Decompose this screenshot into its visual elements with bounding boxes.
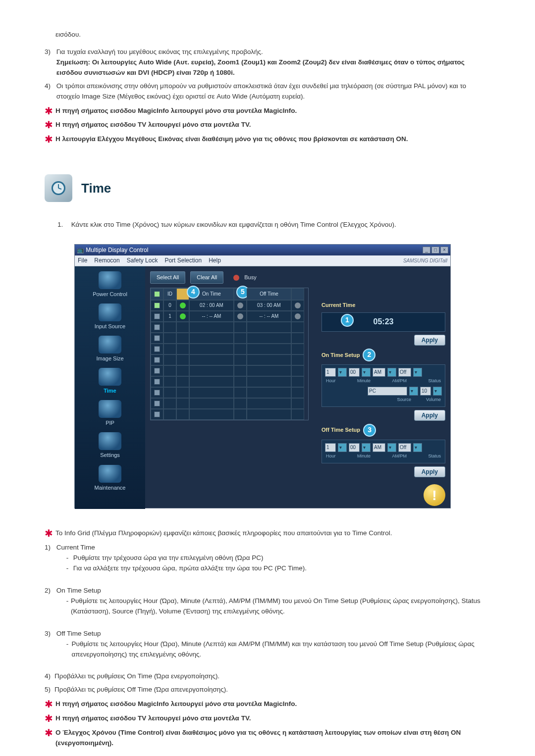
right-panel: Current Time 1 05:23 Apply On Time Setup… xyxy=(321,298,445,477)
note-magicinfo: ✱ Η πηγή σήματος εισόδου MagicInfo λειτο… xyxy=(45,699,490,709)
ampm-field[interactable]: AM xyxy=(373,443,385,452)
minute-field[interactable]: 00 xyxy=(349,368,360,377)
menubar: File Remocon Safety Lock Port Selection … xyxy=(75,255,450,266)
sidebar-item-settings[interactable]: Settings xyxy=(78,432,142,459)
hour-field[interactable]: 1 xyxy=(325,368,336,377)
item-4-text: Οι τρόποι απεικόνισης στην οθόνη μπορούν… xyxy=(56,81,482,102)
star-icon: ✱ xyxy=(45,699,53,709)
star-icon: ✱ xyxy=(45,713,53,723)
apply-button[interactable]: Apply xyxy=(414,466,445,477)
ampm-field[interactable]: AM xyxy=(373,368,385,377)
status-dot xyxy=(295,313,301,319)
alert-icon: ! xyxy=(424,484,445,506)
hour-field[interactable]: 1 xyxy=(325,443,336,452)
sidebar-item-image[interactable]: Image Size xyxy=(78,336,142,363)
minute-drop[interactable]: ▾ xyxy=(362,368,371,377)
row-checkbox[interactable] xyxy=(154,302,160,308)
status-dot xyxy=(295,302,301,308)
star-icon: ✱ xyxy=(45,134,53,144)
apply-button[interactable]: Apply xyxy=(414,335,445,346)
table-row[interactable]: 0 02 : 00 AM 03 : 00 AM xyxy=(151,300,308,311)
note-image-size: ✱ Η λειτουργία Ελέγχου Μεγέθους Εικόνας … xyxy=(45,134,490,145)
minute-field[interactable]: 00 xyxy=(349,443,360,452)
note-tv: ✱ Η πηγή σήματος εισόδου TV λειτουργεί μ… xyxy=(45,713,490,724)
section-lead: 1. Κάντε κλικ στο Time (Χρόνος) των κύρι… xyxy=(57,220,490,230)
star-icon: ✱ xyxy=(45,120,53,130)
intro-text: εισόδου. xyxy=(45,30,490,40)
volume-field[interactable]: 10 xyxy=(420,387,431,396)
status-drop[interactable]: ▾ xyxy=(413,368,422,377)
ampm-drop[interactable]: ▾ xyxy=(387,368,396,377)
menu-safety-lock[interactable]: Safety Lock xyxy=(127,256,158,265)
close-button[interactable]: × xyxy=(440,247,448,253)
status-field[interactable]: Off xyxy=(398,368,411,377)
menu-help[interactable]: Help xyxy=(209,256,221,265)
clock-display: 1 05:23 xyxy=(321,312,445,332)
brand-label: SAMSUNG DIGITall xyxy=(403,257,447,265)
sidebar-item-power[interactable]: Power Control xyxy=(78,271,142,299)
maximize-button[interactable]: □ xyxy=(431,247,439,253)
callout-3: 3 xyxy=(363,424,376,437)
item-3-note: Σημείωση: Οι λειτουργίες Auto Wide (Αυτ.… xyxy=(56,58,465,76)
sidebar-item-time[interactable]: Time xyxy=(78,368,142,395)
sidebar-item-pip[interactable]: PIP xyxy=(78,400,142,427)
sidebar-item-input[interactable]: Input Source xyxy=(78,303,142,331)
volume-drop[interactable]: ▾ xyxy=(433,387,442,396)
note-tv: ✱ Η πηγή σήματος εισόδου TV λειτουργεί μ… xyxy=(45,120,490,130)
section-heading: Time xyxy=(45,174,490,202)
on-time-setup-label: On Time Setup 2 xyxy=(321,349,445,361)
star-icon: ✱ xyxy=(45,728,53,738)
col-off-time: Off Time xyxy=(247,288,291,300)
note-time-control: ✱ Ο Έλεγχος Χρόνου (Time Control) είναι … xyxy=(45,728,490,749)
busy-icon xyxy=(233,275,239,281)
note-info-grid: ✱ Το Info Grid (Πλέγμα Πληροφοριών) εμφα… xyxy=(45,528,490,539)
callout-1: 1 xyxy=(341,314,354,327)
col-on-time: 4 On Time xyxy=(189,288,234,300)
off-time-setup-box: 1▾ 00▾ AM▾ Off▾ HourMinuteAM/PMStatus xyxy=(321,440,445,463)
list-item: 4) Οι τρόποι απεικόνισης στην οθόνη μπορ… xyxy=(45,81,490,102)
callout-4: 4 xyxy=(187,286,200,299)
app-window: 📺 Multiple Display Control _ □ × File Re… xyxy=(74,244,451,508)
row-checkbox[interactable] xyxy=(154,313,160,319)
list-item: 3) Για τυχαία εναλλαγή του μεγέθους εικό… xyxy=(45,47,490,78)
hour-drop[interactable]: ▾ xyxy=(338,368,347,377)
status-dot xyxy=(180,313,186,319)
clock-icon xyxy=(45,174,72,202)
header-checkbox[interactable] xyxy=(154,291,160,297)
star-icon: ✱ xyxy=(45,106,53,116)
sidebar: Power Control Input Source Image Size Ti… xyxy=(75,266,145,509)
section-title: Time xyxy=(81,178,111,198)
window-title: 📺 Multiple Display Control xyxy=(77,246,148,255)
menu-file[interactable]: File xyxy=(78,256,87,265)
note-magicinfo: ✱ Η πηγή σήματος εισόδου MagicInfo λειτο… xyxy=(45,106,490,116)
table-row[interactable]: 1 -- : -- AM -- : -- AM xyxy=(151,311,308,322)
list-item: 5)Προβάλλει τις ρυθμίσεις Off Time (Ώρα … xyxy=(45,685,490,695)
clear-all-button[interactable]: Clear All xyxy=(190,271,223,284)
apply-button[interactable]: Apply xyxy=(414,410,445,421)
select-all-button[interactable]: Select All xyxy=(150,271,185,284)
status-dot xyxy=(180,302,186,308)
source-drop[interactable]: ▾ xyxy=(409,387,418,396)
list-item: 1) Current Time -Ρυθμίστε την τρέχουσα ώ… xyxy=(45,543,490,574)
sidebar-item-maintenance[interactable]: Maintenance xyxy=(78,465,142,492)
item-3-text: Για τυχαία εναλλαγή του μεγέθους εικόνας… xyxy=(56,48,263,55)
star-icon: ✱ xyxy=(45,528,53,538)
menu-remocon[interactable]: Remocon xyxy=(94,256,119,265)
minimize-button[interactable]: _ xyxy=(423,247,430,253)
list-item: 2) On Time Setup -Ρυθμίστε τις λειτουργί… xyxy=(45,586,490,617)
busy-label: Busy xyxy=(244,273,256,282)
menu-port-selection[interactable]: Port Selection xyxy=(164,256,202,265)
status-dot xyxy=(237,302,243,308)
source-field[interactable]: PC xyxy=(368,387,407,396)
info-grid: ID 4 On Time 5 Off Time 0 02 xyxy=(150,288,309,420)
on-time-setup-box: 1▾ 00▾ AM▾ Off▾ HourMinuteAM/PMStatus PC… xyxy=(321,364,445,407)
col-id: ID xyxy=(163,288,176,300)
off-time-setup-label: Off Time Setup 3 xyxy=(321,424,445,437)
status-field[interactable]: Off xyxy=(398,443,411,452)
list-item: 4)Προβάλλει τις ρυθμίσεις On Time (Ώρα ε… xyxy=(45,671,490,682)
titlebar: 📺 Multiple Display Control _ □ × xyxy=(75,245,450,255)
callout-2: 2 xyxy=(363,349,375,361)
list-item: 3) Off Time Setup -Ρυθμίστε τις λειτουργ… xyxy=(45,629,490,660)
status-dot xyxy=(237,313,243,319)
current-time-label: Current Time xyxy=(321,301,445,309)
